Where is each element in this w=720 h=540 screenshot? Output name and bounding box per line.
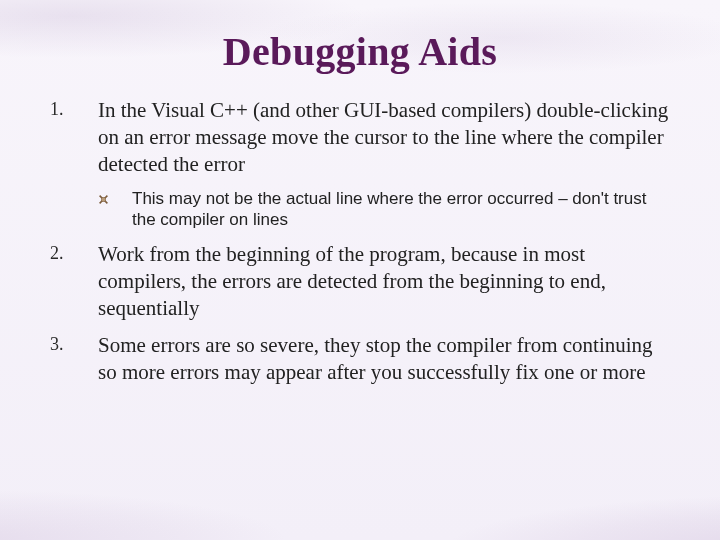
list-item: 2. Work from the beginning of the progra… [50,241,670,322]
numbered-list: 1. In the Visual C++ (and other GUI-base… [50,97,670,386]
bullet-icon [98,188,132,232]
item-number: 2. [50,241,98,322]
item-number: 1. [50,97,98,178]
item-text: Some errors are so severe, they stop the… [98,332,670,386]
slide: Debugging Aids 1. In the Visual C++ (and… [0,0,720,540]
sub-item-text: This may not be the actual line where th… [132,188,670,232]
item-text: In the Visual C++ (and other GUI-based c… [98,97,670,178]
list-item: 1. In the Visual C++ (and other GUI-base… [50,97,670,178]
list-item: 3. Some errors are so severe, they stop … [50,332,670,386]
item-text: Work from the beginning of the program, … [98,241,670,322]
sub-item: This may not be the actual line where th… [98,188,670,232]
svg-rect-2 [101,197,105,201]
item-number: 3. [50,332,98,386]
slide-title: Debugging Aids [50,28,670,75]
